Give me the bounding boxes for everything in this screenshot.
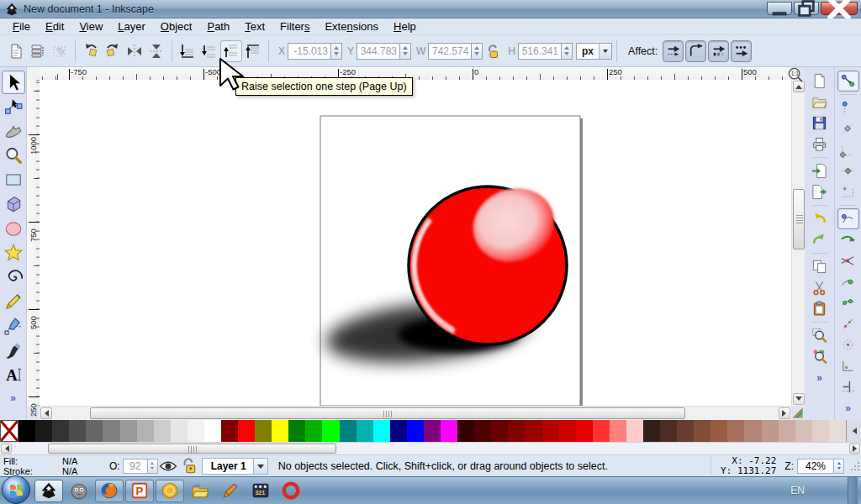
color-swatch[interactable] — [593, 420, 610, 442]
color-swatch[interactable] — [407, 420, 424, 442]
scroll-up-button[interactable] — [793, 81, 805, 92]
color-swatch[interactable] — [727, 420, 744, 442]
color-swatch[interactable] — [188, 420, 204, 442]
snap-grid-guides-button[interactable] — [837, 376, 859, 397]
color-swatch[interactable] — [779, 420, 795, 442]
snap-bbox-edge-midpoints-button[interactable] — [837, 160, 859, 181]
x-spinner[interactable] — [331, 43, 342, 60]
vertical-scroll-thumb[interactable] — [793, 189, 805, 249]
select-all-layers-button[interactable] — [27, 40, 49, 62]
calligraphy-tool[interactable] — [2, 339, 25, 362]
taskbar-explorer-button[interactable] — [186, 480, 214, 502]
snap-bounding-box-button[interactable] — [837, 97, 859, 118]
opacity-control[interactable]: O: 92 — [109, 459, 158, 474]
select-all-button[interactable] — [5, 40, 27, 62]
color-swatch[interactable] — [474, 420, 491, 442]
color-managed-display-icon[interactable] — [791, 406, 805, 420]
color-swatch[interactable] — [357, 420, 373, 442]
color-swatch[interactable] — [812, 420, 829, 442]
scroll-left-button[interactable] — [40, 407, 52, 419]
minimize-button[interactable] — [767, 2, 792, 15]
show-desktop-button[interactable] — [848, 477, 858, 504]
cmdbar-more-button[interactable]: » — [816, 372, 822, 384]
zoom-to-selection-button[interactable] — [809, 325, 831, 346]
color-swatch[interactable] — [204, 420, 221, 442]
y-spinner[interactable] — [400, 43, 411, 60]
menu-view[interactable]: View — [71, 19, 110, 34]
snap-midpoints-button[interactable] — [837, 313, 859, 334]
canvas[interactable] — [40, 80, 791, 406]
text-tool[interactable]: A — [2, 363, 25, 386]
color-swatch[interactable] — [542, 420, 559, 442]
w-spinner[interactable] — [472, 43, 483, 60]
snap-bbox-edges-button[interactable] — [837, 118, 859, 139]
palette-scroll-thumb[interactable] — [48, 444, 336, 454]
color-swatch[interactable] — [559, 420, 576, 442]
menu-text[interactable]: Text — [237, 19, 272, 34]
snapbar-more-button[interactable]: » — [845, 402, 851, 414]
snap-paths-button[interactable] — [837, 229, 859, 250]
color-swatch[interactable] — [390, 420, 407, 442]
layer-selector[interactable]: Layer 1 — [202, 458, 268, 475]
swatch-none[interactable] — [0, 420, 18, 442]
import-bitmap-button[interactable] — [809, 160, 831, 181]
h-field[interactable]: 516.341 — [518, 43, 562, 60]
close-button[interactable] — [821, 2, 858, 15]
x-field[interactable]: -15.013 — [288, 43, 331, 60]
spiral-tool[interactable] — [2, 265, 25, 289]
layer-visibility-icon[interactable] — [159, 458, 177, 475]
units-dropdown[interactable]: px — [576, 43, 612, 60]
scroll-right-button[interactable] — [779, 407, 790, 419]
star-tool[interactable] — [2, 241, 25, 265]
zoom-to-drawing-button[interactable] — [809, 346, 831, 367]
menu-filters[interactable]: Filters — [272, 19, 317, 34]
taskbar-paint-app-button[interactable] — [216, 480, 245, 502]
layer-dropdown-arrow[interactable] — [253, 459, 267, 474]
vertical-scrollbar[interactable] — [791, 80, 805, 406]
snap-nodes-handles-button[interactable] — [837, 208, 859, 229]
snap-bbox-corners-button[interactable] — [837, 139, 859, 160]
window-resize-grip[interactable] — [851, 462, 859, 470]
layer-lock-icon[interactable] — [179, 458, 198, 475]
color-swatch[interactable] — [373, 420, 390, 442]
color-swatch[interactable] — [305, 420, 322, 442]
horizontal-scroll-thumb[interactable] — [90, 407, 685, 419]
zoom-tool[interactable] — [2, 144, 25, 167]
color-swatch[interactable] — [238, 420, 255, 442]
bezier-tool[interactable] — [2, 314, 25, 338]
color-swatch[interactable] — [154, 420, 171, 442]
snap-cusp-nodes-button[interactable] — [837, 271, 859, 292]
color-swatch[interactable] — [103, 420, 119, 442]
menu-path[interactable]: Path — [199, 19, 237, 34]
color-swatch[interactable] — [441, 420, 457, 442]
color-swatch[interactable] — [576, 420, 593, 442]
palette-scroll-right-button[interactable] — [849, 444, 860, 454]
tweak-tool[interactable] — [2, 119, 25, 143]
zoom-spinner[interactable] — [834, 459, 844, 474]
lower-to-bottom-button[interactable] — [177, 40, 198, 62]
paste-button[interactable] — [809, 298, 831, 319]
export-bitmap-button[interactable] — [809, 181, 831, 202]
pencil-tool[interactable] — [2, 290, 25, 313]
taskbar-inkscape-button[interactable] — [34, 480, 63, 502]
horizontal-scrollbar[interactable] — [40, 406, 791, 420]
cut-button[interactable] — [809, 277, 831, 298]
palette-scroll-left-button[interactable] — [1, 444, 12, 454]
color-swatch[interactable] — [288, 420, 305, 442]
redo-button[interactable] — [809, 229, 831, 250]
start-button[interactable] — [2, 475, 30, 504]
snap-object-centers-button[interactable] — [837, 334, 859, 355]
color-swatch[interactable] — [272, 420, 288, 442]
menu-edit[interactable]: Edit — [38, 19, 71, 34]
h-spinner[interactable] — [562, 43, 573, 60]
snap-page-border-button[interactable] — [837, 355, 859, 376]
lock-width-height-icon[interactable] — [484, 42, 501, 60]
color-swatch[interactable] — [610, 420, 626, 442]
enable-snapping-button[interactable] — [837, 71, 859, 92]
box3d-tool[interactable] — [2, 192, 25, 216]
color-swatch[interactable] — [322, 420, 339, 442]
ellipse-tool[interactable] — [2, 217, 25, 240]
color-swatch[interactable] — [710, 420, 727, 442]
vertical-ruler[interactable]: 1000750500250 — [27, 80, 40, 406]
palette-scrollbar[interactable] — [0, 442, 861, 454]
